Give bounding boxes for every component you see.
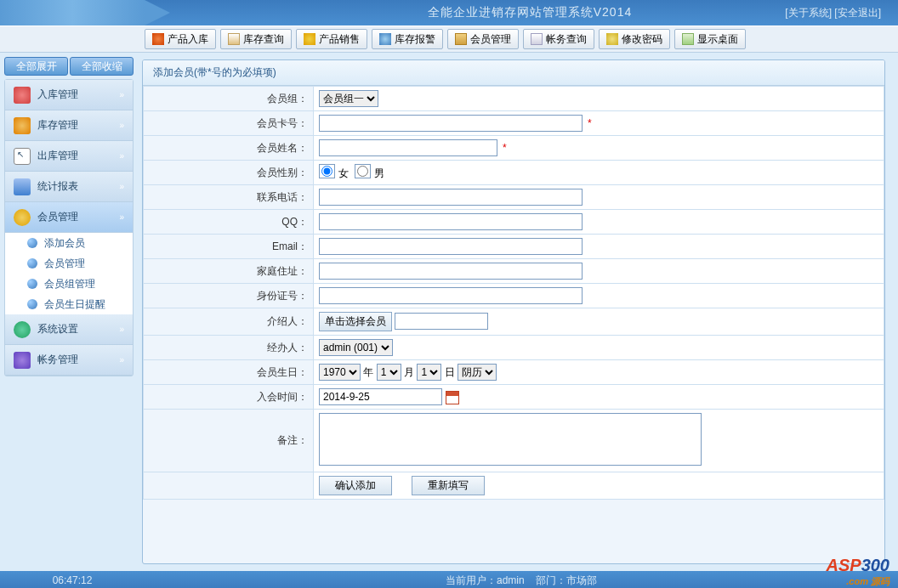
label-group: 会员组：: [144, 87, 314, 111]
gender-female-wrap[interactable]: [319, 164, 335, 178]
label-actions: [144, 472, 314, 500]
footer-time: 06:47:12: [0, 574, 145, 586]
referrer-button[interactable]: 单击选择会员: [319, 312, 392, 331]
chevron-right-icon: »: [119, 151, 124, 161]
sub-label: 会员组管理: [44, 277, 95, 291]
calendar-type-select[interactable]: 阴历: [458, 364, 497, 381]
tool-label: 产品销售: [319, 32, 360, 47]
label-idcard: 身份证号：: [144, 284, 314, 308]
footer: 06:47:12 当前用户：admin 部门：市场部 ASP300.com 源码: [0, 571, 898, 588]
member-icon: [14, 209, 31, 226]
expand-all-button[interactable]: 全部展开: [4, 57, 68, 76]
month-label: 月: [404, 366, 414, 378]
tool-label: 显示桌面: [697, 32, 738, 47]
system-icon: [14, 321, 31, 338]
current-user: admin: [497, 574, 525, 586]
joindate-input[interactable]: [319, 388, 442, 405]
submit-button[interactable]: 确认添加: [319, 476, 392, 495]
user-prefix: 当前用户：: [446, 574, 497, 586]
doc-icon: [228, 33, 240, 45]
footer-info: 当前用户：admin 部门：市场部: [145, 574, 898, 588]
account-icon: [14, 352, 31, 369]
report-icon: [14, 178, 31, 195]
sidebar-item-stock[interactable]: 库存管理»: [5, 110, 133, 141]
header: 全能企业进销存网站管理系统V2014 [关于系统] [安全退出]: [0, 0, 898, 25]
sidebar-item-inbound[interactable]: 入库管理»: [5, 80, 133, 110]
gender-female-radio[interactable]: [321, 166, 332, 177]
tool-member[interactable]: 会员管理: [447, 29, 519, 49]
chevron-right-icon: »: [119, 325, 124, 334]
bullet-icon: [27, 299, 37, 309]
sidebar-label: 统计报表: [37, 179, 78, 194]
gender-male-wrap[interactable]: [355, 164, 371, 178]
key-icon: [606, 33, 618, 45]
sidebar-label: 系统设置: [37, 322, 78, 336]
tool-stock-query[interactable]: 库存查询: [220, 29, 292, 49]
month-select[interactable]: 1: [377, 364, 401, 381]
tool-label: 会员管理: [470, 32, 511, 47]
gender-male-label: 男: [374, 167, 384, 179]
sidebar-label: 出库管理: [37, 149, 78, 163]
sidebar-top-buttons: 全部展开 全部收缩: [4, 57, 134, 76]
calendar-icon[interactable]: [446, 391, 459, 404]
sidebar-item-outbound[interactable]: ↖出库管理»: [5, 141, 133, 172]
required-mark: *: [588, 117, 592, 129]
sub-birthday-remind[interactable]: 会员生日提醒: [5, 294, 133, 314]
chevron-right-icon: »: [119, 90, 124, 99]
sidebar-item-system[interactable]: 系统设置»: [5, 314, 133, 345]
addr-input[interactable]: [319, 263, 583, 280]
sidebar: 全部展开 全部收缩 入库管理» 库存管理» ↖出库管理» 统计报表» 会员管理»…: [0, 53, 138, 571]
collapse-all-button[interactable]: 全部收缩: [70, 57, 134, 76]
tool-label: 产品入库: [168, 32, 208, 47]
gender-female-label: 女: [338, 167, 349, 179]
tool-password[interactable]: 修改密码: [599, 29, 670, 49]
sub-member-group[interactable]: 会员组管理: [5, 274, 133, 294]
tag-icon: [304, 33, 315, 45]
tool-label: 帐务查询: [546, 32, 587, 47]
form-panel: 添加会员(带*号的为必填项) 会员组： 会员组一 会员卡号： * 会员姓名： *…: [142, 59, 885, 564]
member-form: 会员组： 会员组一 会员卡号： * 会员姓名： * 会员性别： 女 男 联系电话…: [143, 86, 884, 500]
user-icon: [455, 33, 467, 45]
label-remark: 备注：: [144, 410, 314, 472]
idcard-input[interactable]: [319, 287, 583, 304]
referrer-input[interactable]: [395, 313, 488, 330]
phone-input[interactable]: [319, 189, 583, 206]
chevron-right-icon: »: [119, 212, 124, 222]
card-input[interactable]: [319, 115, 583, 132]
tool-product-sale[interactable]: 产品销售: [296, 29, 367, 49]
header-stripe: [0, 0, 145, 25]
book-icon: [531, 33, 543, 45]
sub-label: 添加会员: [44, 236, 85, 251]
tool-desktop[interactable]: 显示桌面: [674, 29, 746, 49]
tool-account-query[interactable]: 帐务查询: [523, 29, 594, 49]
sidebar-item-member[interactable]: 会员管理»: [5, 202, 133, 233]
tool-label: 库存报警: [395, 32, 435, 47]
chevron-right-icon: »: [119, 355, 124, 365]
label-email: Email：: [144, 235, 314, 259]
tool-product-in[interactable]: 产品入库: [145, 29, 216, 49]
remark-textarea[interactable]: [319, 413, 702, 466]
qq-input[interactable]: [319, 213, 583, 230]
label-phone: 联系电话：: [144, 185, 314, 210]
outbound-icon: ↖: [14, 148, 31, 165]
name-input[interactable]: [319, 139, 497, 156]
reset-button[interactable]: 重新填写: [412, 476, 485, 495]
group-select[interactable]: 会员组一: [319, 90, 378, 107]
year-select[interactable]: 1970: [319, 364, 361, 381]
exit-link[interactable]: [安全退出]: [834, 7, 881, 19]
required-mark: *: [503, 142, 507, 154]
sidebar-item-account[interactable]: 帐务管理»: [5, 345, 133, 376]
tool-stock-alert[interactable]: 库存报警: [372, 29, 443, 49]
bullet-icon: [27, 238, 37, 248]
day-select[interactable]: 1: [417, 364, 441, 381]
sidebar-item-reports[interactable]: 统计报表»: [5, 172, 133, 202]
about-link[interactable]: [关于系统]: [785, 7, 832, 19]
email-input[interactable]: [319, 238, 583, 255]
bullet-icon: [27, 258, 37, 269]
tool-label: 库存查询: [243, 32, 284, 47]
home-icon: [152, 33, 164, 45]
gender-male-radio[interactable]: [357, 166, 368, 177]
sub-add-member[interactable]: 添加会员: [5, 233, 133, 253]
operator-select[interactable]: admin (001): [319, 339, 393, 356]
sub-member-manage[interactable]: 会员管理: [5, 253, 133, 274]
